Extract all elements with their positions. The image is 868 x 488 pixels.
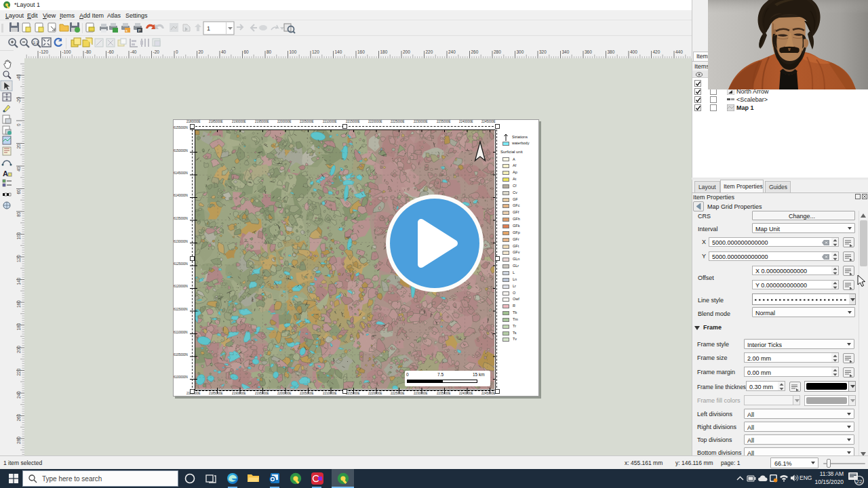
svg-text:60: 60: [16, 189, 21, 195]
svg-text:-120: -120: [39, 49, 48, 54]
svg-text:-40: -40: [16, 74, 21, 81]
svg-text:300: 300: [517, 49, 524, 54]
svg-text:380: 380: [608, 49, 615, 54]
svg-text:200: 200: [403, 49, 410, 54]
svg-text:40: 40: [221, 49, 226, 54]
svg-text:P: P: [138, 28, 141, 33]
svg-text:60: 60: [244, 49, 250, 54]
svg-text:240: 240: [448, 49, 456, 54]
svg-text:360: 360: [585, 49, 592, 54]
svg-text:-80: -80: [85, 49, 92, 54]
svg-text:420: 420: [653, 49, 660, 54]
svg-text:140: 140: [335, 49, 342, 54]
svg-text:-60: -60: [108, 49, 115, 54]
svg-text:340: 340: [562, 49, 570, 54]
svg-text:120: 120: [16, 255, 21, 262]
svg-text:260: 260: [471, 49, 479, 54]
svg-text:-20: -20: [153, 49, 160, 54]
svg-text:-20: -20: [16, 97, 21, 104]
svg-text:20: 20: [199, 49, 204, 54]
svg-text:220: 220: [16, 368, 21, 375]
svg-text:440: 440: [675, 49, 683, 54]
svg-text:0: 0: [176, 49, 178, 54]
svg-text:240: 240: [16, 391, 21, 399]
svg-text:1: 1: [207, 25, 210, 32]
svg-text:320: 320: [539, 49, 547, 54]
svg-text:1:1: 1:1: [33, 41, 39, 45]
svg-text:80: 80: [267, 49, 272, 54]
svg-text:180: 180: [16, 323, 21, 330]
svg-text:160: 160: [16, 300, 21, 308]
svg-text:A: A: [3, 169, 8, 178]
svg-text:0: 0: [16, 123, 21, 126]
svg-text:-100: -100: [62, 49, 71, 54]
svg-text:80: 80: [16, 211, 21, 217]
svg-text:180: 180: [380, 49, 388, 54]
svg-text:140: 140: [16, 277, 21, 285]
svg-text:20: 20: [16, 144, 21, 149]
svg-text:260: 260: [16, 413, 21, 421]
svg-text:-40: -40: [130, 49, 137, 54]
svg-text:280: 280: [494, 49, 501, 54]
svg-text:120: 120: [312, 49, 319, 54]
svg-text:220: 220: [426, 49, 433, 54]
svg-text:160: 160: [357, 49, 365, 54]
svg-text:100: 100: [16, 232, 21, 239]
svg-text:200: 200: [16, 346, 21, 353]
svg-text:s: s: [125, 28, 127, 33]
svg-text:400: 400: [630, 49, 637, 54]
svg-text:280: 280: [16, 436, 21, 444]
svg-text:40: 40: [16, 166, 21, 171]
svg-text:22: 22: [856, 479, 863, 485]
svg-text:100: 100: [290, 49, 297, 54]
